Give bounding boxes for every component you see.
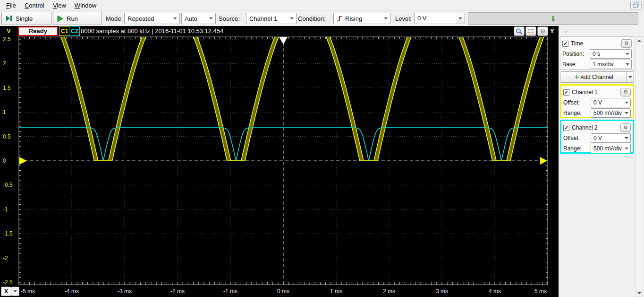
chevron-down-icon [207,13,215,24]
add-channel-dropdown[interactable] [626,72,634,82]
trigger-source-select[interactable]: Channel 1 [246,13,297,24]
menu-bar: File Control View Window [0,0,644,10]
channel2-checkbox[interactable]: ✓ [563,125,569,131]
scroll-up-icon[interactable] [636,37,643,44]
time-checkbox[interactable]: ✓ [562,41,568,47]
channel2-range-select[interactable]: 500 mV/div [591,144,631,153]
x-tick-label: 2 ms [374,288,404,295]
y-tick-label: 2 [3,59,6,68]
channel1-range-row: Range: 500 mV/div [563,108,631,118]
condition-label: Condition: [298,11,326,26]
channel1-badge[interactable]: C1 [59,26,70,36]
channel1-offset-value: 0 V [593,99,602,106]
x-tick-label: -3 ms [110,288,140,295]
run-button[interactable]: Run [53,12,102,25]
collapse-panel-arrow-icon[interactable]: → [560,26,568,35]
channel1-offset-select[interactable]: 0 V [591,98,631,107]
y-tick-label: 1.5 [3,84,11,92]
trigger-condition-value: Rising [345,15,362,22]
scroll-down-icon[interactable] [636,289,643,297]
scope-display[interactable]: V Ready C1 C2 8000 samples at 800 kHz | … [0,26,559,297]
y-tick-label: -2 [3,254,8,262]
x-tick-label: 1 ms [321,288,351,295]
trigger-position-arrow-icon: ⇓ [550,15,556,22]
channel1-panel: ✓ Channel 1 ⚙ Offset: 0 V Range: 500 mV/… [560,84,634,118]
time-position-row: Position: 0 s [562,49,632,59]
mode-label: Mode: [106,11,123,26]
measure-button[interactable] [525,26,536,36]
x-axis-button[interactable]: X [1,287,11,296]
menu-control[interactable]: Control [20,1,49,10]
menu-window[interactable]: Window [70,1,101,10]
x-axis-corner-controls: X [1,287,19,296]
base-label: Base: [562,61,590,68]
mode-select[interactable]: Repeated [124,13,180,24]
channel2-offset-value: 0 V [593,135,602,141]
x-tick-label: -1 ms [215,288,246,295]
plus-icon: + [575,73,579,81]
time-base-row: Base: 1 ms/div [562,59,632,70]
y-tick-label: -2.5 [3,278,13,287]
waveforms-scope-window: File Control View Window Single Run Mode… [0,0,644,297]
channel1-header: ✓ Channel 1 ⚙ [563,87,631,97]
x-tick-label: 3 ms [427,288,457,295]
chevron-down-icon [623,112,630,114]
menu-view[interactable]: View [49,1,70,10]
overlapping-windows-icon [633,2,639,8]
trigger-source-value: Channel 1 [249,15,277,22]
channel2-offset-select[interactable]: 0 V [591,133,631,143]
channel2-gear-icon[interactable]: ⚙ [620,123,631,132]
trigger-level-input[interactable]: 0 V [414,13,457,24]
offset-label: Offset: [563,99,591,106]
y-tick-label: 0.5 [3,132,11,141]
gear-icon: ⚙ [540,28,546,35]
zoom-button[interactable] [514,26,525,36]
status-badge: Ready [18,26,58,36]
offset-label: Offset: [563,135,591,141]
y-tick-label: -0.5 [3,181,13,189]
time-position-select[interactable]: 0 s [590,49,632,59]
time-base-value: 1 ms/div [593,61,614,68]
add-channel-label: Add Channel [580,74,613,80]
waveform-plot[interactable] [0,36,559,288]
dock-window-icon[interactable] [630,1,642,9]
chevron-down-icon [623,102,630,104]
chevron-down-icon [381,13,390,24]
channel2-range-value: 500 mV/div [593,145,622,152]
chevron-down-icon [623,148,630,149]
trigger-level-dropdown[interactable] [456,13,465,24]
trigger-condition-select[interactable]: Rising [333,13,390,24]
time-base-select[interactable]: 1 ms/div [590,60,632,69]
channel1-range-select[interactable]: 500 mV/div [591,108,631,118]
channel1-checkbox[interactable]: ✓ [563,89,569,96]
channel2-title: Channel 2 [572,124,598,131]
channel1-title: Channel 1 [572,89,598,96]
x-tick-label: -4 ms [57,288,87,295]
channel1-range-value: 500 mV/div [593,110,622,116]
position-label: Position: [562,51,590,57]
plot-settings-button[interactable]: ⚙ [537,26,548,36]
v-axis-unit-label: V [7,27,11,35]
x-axis-tick-labels: -5 ms-4 ms-3 ms-2 ms-1 ms0 ms1 ms2 ms3 m… [0,288,559,295]
time-position-value: 0 s [593,51,600,57]
trigger-position-marker [279,37,288,44]
y-tick-label: 1 [3,108,6,116]
y-tick-label: -1 [3,205,8,214]
x-tick-label: 0 ms [268,288,298,295]
sidebar-scrollbar[interactable] [636,36,643,297]
channel1-gear-icon[interactable]: ⚙ [620,88,631,96]
menu-file[interactable]: File [2,1,20,10]
channel2-header: ✓ Channel 2 ⚙ [563,122,631,133]
control-sidebar: → ✓ Time ⚙ Position: 0 s Base: 1 ms/div [559,26,644,297]
single-button[interactable]: Single [1,12,51,25]
chevron-down-icon [624,63,631,65]
y-axis-button[interactable]: Y [550,27,554,35]
add-channel-button[interactable]: + Add Channel [560,71,634,83]
trigger-mode-select[interactable]: Auto [181,13,216,24]
time-gear-icon[interactable]: ⚙ [621,39,632,48]
channel2-badge[interactable]: C2 [69,26,80,36]
x-axis-dropdown[interactable] [11,287,19,296]
x-tick-label: 5 ms [517,288,547,295]
rising-edge-icon [337,15,343,22]
chevron-down-icon [623,137,630,139]
